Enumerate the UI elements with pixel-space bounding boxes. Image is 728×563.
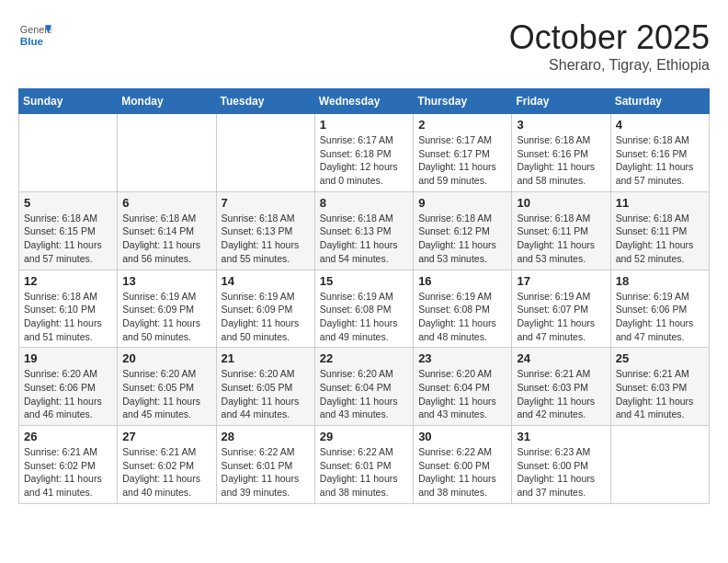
calendar-cell: 7Sunrise: 6:18 AM Sunset: 6:13 PM Daylig… (216, 191, 314, 270)
calendar-cell: 20Sunrise: 6:20 AM Sunset: 6:05 PM Dayli… (118, 348, 216, 426)
day-info: Sunrise: 6:20 AM Sunset: 6:06 PM Dayligh… (24, 367, 112, 421)
day-info: Sunrise: 6:19 AM Sunset: 6:06 PM Dayligh… (616, 290, 704, 344)
calendar-cell (19, 114, 118, 192)
column-header-saturday: Saturday (610, 89, 709, 114)
day-number: 3 (517, 118, 605, 132)
month-title: October 2025 (509, 18, 710, 57)
day-number: 7 (222, 196, 310, 210)
day-info: Sunrise: 6:21 AM Sunset: 6:03 PM Dayligh… (517, 367, 605, 421)
day-info: Sunrise: 6:22 AM Sunset: 6:01 PM Dayligh… (320, 445, 408, 500)
calendar-cell: 12Sunrise: 6:18 AM Sunset: 6:10 PM Dayli… (19, 270, 118, 348)
day-number: 13 (122, 274, 210, 288)
week-row-2: 5Sunrise: 6:18 AM Sunset: 6:15 PM Daylig… (19, 191, 710, 270)
day-number: 9 (418, 196, 506, 210)
day-info: Sunrise: 6:23 AM Sunset: 6:00 PM Dayligh… (517, 445, 605, 500)
day-number: 23 (418, 351, 506, 365)
day-number: 10 (517, 196, 605, 210)
calendar-cell: 1Sunrise: 6:17 AM Sunset: 6:18 PM Daylig… (314, 114, 413, 192)
day-info: Sunrise: 6:22 AM Sunset: 6:01 PM Dayligh… (222, 445, 310, 500)
day-info: Sunrise: 6:20 AM Sunset: 6:05 PM Dayligh… (122, 367, 210, 421)
day-number: 28 (222, 430, 310, 443)
calendar-cell: 11Sunrise: 6:18 AM Sunset: 6:11 PM Dayli… (610, 191, 709, 270)
calendar-cell: 25Sunrise: 6:21 AM Sunset: 6:03 PM Dayli… (610, 348, 709, 426)
day-number: 20 (122, 351, 210, 365)
column-header-monday: Monday (118, 89, 216, 114)
day-number: 18 (616, 274, 704, 288)
title-area: October 2025 Sheraro, Tigray, Ethiopia (509, 18, 710, 74)
calendar-cell: 21Sunrise: 6:20 AM Sunset: 6:05 PM Dayli… (216, 348, 314, 426)
day-number: 30 (418, 430, 506, 443)
day-number: 29 (320, 430, 408, 443)
week-row-4: 19Sunrise: 6:20 AM Sunset: 6:06 PM Dayli… (19, 348, 710, 426)
day-info: Sunrise: 6:18 AM Sunset: 6:16 PM Dayligh… (616, 133, 704, 188)
calendar-cell: 2Sunrise: 6:17 AM Sunset: 6:17 PM Daylig… (414, 114, 512, 192)
calendar-cell: 29Sunrise: 6:22 AM Sunset: 6:01 PM Dayli… (314, 426, 413, 504)
day-number: 5 (24, 196, 112, 210)
calendar-cell (216, 114, 314, 192)
day-number: 1 (320, 118, 408, 132)
calendar-cell: 23Sunrise: 6:20 AM Sunset: 6:04 PM Dayli… (414, 348, 512, 426)
day-number: 11 (616, 196, 704, 210)
week-row-1: 1Sunrise: 6:17 AM Sunset: 6:18 PM Daylig… (19, 114, 710, 192)
day-number: 12 (24, 274, 112, 288)
calendar-cell: 16Sunrise: 6:19 AM Sunset: 6:08 PM Dayli… (414, 270, 512, 348)
day-info: Sunrise: 6:20 AM Sunset: 6:05 PM Dayligh… (222, 367, 310, 421)
calendar-cell: 3Sunrise: 6:18 AM Sunset: 6:16 PM Daylig… (512, 114, 610, 192)
day-number: 21 (222, 351, 310, 365)
week-row-3: 12Sunrise: 6:18 AM Sunset: 6:10 PM Dayli… (19, 270, 710, 348)
calendar-cell: 31Sunrise: 6:23 AM Sunset: 6:00 PM Dayli… (512, 426, 610, 504)
calendar-cell: 4Sunrise: 6:18 AM Sunset: 6:16 PM Daylig… (610, 114, 709, 192)
day-number: 22 (320, 351, 408, 365)
calendar-cell: 14Sunrise: 6:19 AM Sunset: 6:09 PM Dayli… (216, 270, 314, 348)
day-number: 14 (222, 274, 310, 288)
day-info: Sunrise: 6:19 AM Sunset: 6:09 PM Dayligh… (122, 290, 210, 344)
column-header-tuesday: Tuesday (216, 89, 314, 114)
calendar-cell: 5Sunrise: 6:18 AM Sunset: 6:15 PM Daylig… (19, 191, 118, 270)
day-number: 19 (24, 351, 112, 365)
week-row-5: 26Sunrise: 6:21 AM Sunset: 6:02 PM Dayli… (19, 426, 710, 504)
calendar-cell: 18Sunrise: 6:19 AM Sunset: 6:06 PM Dayli… (610, 270, 709, 348)
svg-text:Blue: Blue (20, 35, 44, 47)
calendar-cell: 26Sunrise: 6:21 AM Sunset: 6:02 PM Dayli… (19, 426, 118, 504)
column-header-friday: Friday (512, 89, 610, 114)
day-info: Sunrise: 6:19 AM Sunset: 6:09 PM Dayligh… (222, 290, 310, 344)
day-info: Sunrise: 6:19 AM Sunset: 6:07 PM Dayligh… (517, 290, 605, 344)
calendar-cell: 10Sunrise: 6:18 AM Sunset: 6:11 PM Dayli… (512, 191, 610, 270)
day-info: Sunrise: 6:18 AM Sunset: 6:16 PM Dayligh… (517, 133, 605, 188)
day-info: Sunrise: 6:21 AM Sunset: 6:03 PM Dayligh… (616, 367, 704, 421)
calendar-cell: 28Sunrise: 6:22 AM Sunset: 6:01 PM Dayli… (216, 426, 314, 504)
day-number: 4 (616, 118, 704, 132)
day-info: Sunrise: 6:18 AM Sunset: 6:11 PM Dayligh… (517, 212, 605, 266)
calendar-cell: 24Sunrise: 6:21 AM Sunset: 6:03 PM Dayli… (512, 348, 610, 426)
day-number: 6 (122, 196, 210, 210)
day-info: Sunrise: 6:18 AM Sunset: 6:12 PM Dayligh… (418, 212, 506, 266)
logo-icon: General Blue (18, 18, 51, 52)
day-info: Sunrise: 6:18 AM Sunset: 6:13 PM Dayligh… (222, 212, 310, 266)
day-number: 16 (418, 274, 506, 288)
calendar-cell: 22Sunrise: 6:20 AM Sunset: 6:04 PM Dayli… (314, 348, 413, 426)
day-info: Sunrise: 6:18 AM Sunset: 6:15 PM Dayligh… (24, 212, 112, 266)
day-number: 27 (122, 430, 210, 443)
header: General Blue October 2025 Sheraro, Tigra… (18, 18, 710, 74)
day-info: Sunrise: 6:21 AM Sunset: 6:02 PM Dayligh… (24, 445, 112, 500)
day-number: 17 (517, 274, 605, 288)
day-info: Sunrise: 6:20 AM Sunset: 6:04 PM Dayligh… (320, 367, 408, 421)
calendar-table: SundayMondayTuesdayWednesdayThursdayFrid… (18, 88, 710, 504)
day-number: 8 (320, 196, 408, 210)
calendar-cell: 27Sunrise: 6:21 AM Sunset: 6:02 PM Dayli… (118, 426, 216, 504)
calendar-cell (610, 426, 709, 504)
column-header-thursday: Thursday (414, 89, 512, 114)
day-info: Sunrise: 6:18 AM Sunset: 6:14 PM Dayligh… (122, 212, 210, 266)
column-header-wednesday: Wednesday (314, 89, 413, 114)
column-header-sunday: Sunday (19, 89, 118, 114)
calendar-cell: 30Sunrise: 6:22 AM Sunset: 6:00 PM Dayli… (414, 426, 512, 504)
day-number: 26 (24, 430, 112, 443)
calendar-cell: 17Sunrise: 6:19 AM Sunset: 6:07 PM Dayli… (512, 270, 610, 348)
calendar-cell: 8Sunrise: 6:18 AM Sunset: 6:13 PM Daylig… (314, 191, 413, 270)
day-number: 24 (517, 351, 605, 365)
calendar-header-row: SundayMondayTuesdayWednesdayThursdayFrid… (19, 89, 710, 114)
day-info: Sunrise: 6:18 AM Sunset: 6:11 PM Dayligh… (616, 212, 704, 266)
day-info: Sunrise: 6:20 AM Sunset: 6:04 PM Dayligh… (418, 367, 506, 421)
logo: General Blue (18, 18, 51, 52)
calendar-cell: 19Sunrise: 6:20 AM Sunset: 6:06 PM Dayli… (19, 348, 118, 426)
